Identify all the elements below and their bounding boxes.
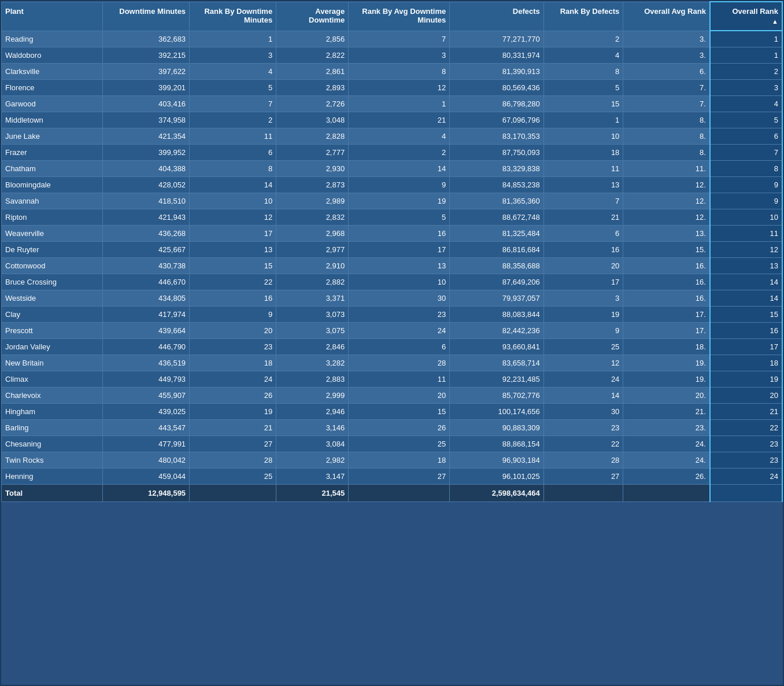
cell-overall_avg_rank: 24. xyxy=(623,452,710,469)
cell-plant: Jordan Valley xyxy=(2,339,103,355)
cell-rank_by_downtime: 9 xyxy=(190,307,276,323)
col-overall-rank[interactable]: Overall Rank ▲ xyxy=(710,2,782,31)
cell-defects: 100,174,656 xyxy=(450,404,544,420)
cell-rank_by_downtime: 14 xyxy=(190,177,276,193)
cell-defects: 96,101,025 xyxy=(450,469,544,485)
table-row: Bloomingdale428,052142,873984,853,238131… xyxy=(2,177,783,193)
cell-overall_rank: 14 xyxy=(710,274,782,290)
cell-overall_avg_rank: 16. xyxy=(623,290,710,307)
cell-rank_by_avg_downtime: 30 xyxy=(349,290,450,307)
col-plant[interactable]: Plant xyxy=(2,2,103,31)
cell-overall_rank: 24 xyxy=(710,469,782,485)
table-row: Bruce Crossing446,670222,8821087,649,206… xyxy=(2,274,783,290)
cell-rank_by_avg_downtime: 8 xyxy=(349,64,450,80)
cell-rank_by_defects: 6 xyxy=(543,226,623,242)
cell-downtime_minutes: 421,943 xyxy=(103,209,190,226)
cell-downtime_minutes: 418,510 xyxy=(103,193,190,209)
cell-rank_by_defects: 15 xyxy=(543,96,623,112)
cell-rank_by_avg_downtime: 1 xyxy=(349,96,450,112)
table-row: Clarksville397,62242,861881,390,91386.2 xyxy=(2,64,783,80)
cell-rank_by_avg_downtime: 11 xyxy=(349,371,450,388)
cell-defects: 82,442,236 xyxy=(450,323,544,339)
col-downtime-minutes[interactable]: Downtime Minutes xyxy=(103,2,190,31)
col-rank-by-downtime[interactable]: Rank By Downtime Minutes xyxy=(190,2,276,31)
cell-defects: 87,750,093 xyxy=(450,145,544,161)
cell-overall_rank: 16 xyxy=(710,323,782,339)
cell-rank_by_avg_downtime: 13 xyxy=(349,258,450,274)
cell-rank_by_defects: 19 xyxy=(543,307,623,323)
footer-downtime-minutes: 12,948,595 xyxy=(103,485,190,502)
cell-rank_by_downtime: 15 xyxy=(190,258,276,274)
cell-rank_by_avg_downtime: 7 xyxy=(349,31,450,47)
cell-rank_by_avg_downtime: 23 xyxy=(349,307,450,323)
sort-arrow-icon: ▲ xyxy=(772,18,778,25)
cell-avg_downtime: 2,999 xyxy=(276,388,349,404)
cell-rank_by_avg_downtime: 24 xyxy=(349,323,450,339)
cell-rank_by_downtime: 4 xyxy=(190,64,276,80)
cell-defects: 84,853,238 xyxy=(450,177,544,193)
cell-downtime_minutes: 362,683 xyxy=(103,31,190,47)
cell-overall_rank: 9 xyxy=(710,193,782,209)
cell-overall_rank: 4 xyxy=(710,96,782,112)
col-defects[interactable]: Defects xyxy=(450,2,544,31)
cell-overall_avg_rank: 11. xyxy=(623,161,710,177)
cell-defects: 87,649,206 xyxy=(450,274,544,290)
cell-downtime_minutes: 446,790 xyxy=(103,339,190,355)
col-overall-avg-rank[interactable]: Overall Avg Rank xyxy=(623,2,710,31)
cell-downtime_minutes: 436,519 xyxy=(103,355,190,371)
cell-rank_by_defects: 8 xyxy=(543,64,623,80)
cell-plant: Florence xyxy=(2,80,103,96)
cell-downtime_minutes: 392,215 xyxy=(103,47,190,64)
cell-rank_by_downtime: 20 xyxy=(190,323,276,339)
cell-defects: 80,331,974 xyxy=(450,47,544,64)
table-row: Florence399,20152,8931280,569,43657.3 xyxy=(2,80,783,96)
cell-plant: New Britain xyxy=(2,355,103,371)
cell-avg_downtime: 2,910 xyxy=(276,258,349,274)
cell-rank_by_avg_downtime: 21 xyxy=(349,112,450,128)
cell-rank_by_downtime: 18 xyxy=(190,355,276,371)
cell-overall_avg_rank: 15. xyxy=(623,242,710,258)
footer-rank-by-defects xyxy=(543,485,623,502)
cell-rank_by_defects: 20 xyxy=(543,258,623,274)
cell-rank_by_downtime: 28 xyxy=(190,452,276,469)
cell-avg_downtime: 3,371 xyxy=(276,290,349,307)
table-row: Clay417,97493,0732388,083,8441917.15 xyxy=(2,307,783,323)
cell-overall_avg_rank: 21. xyxy=(623,404,710,420)
cell-downtime_minutes: 374,958 xyxy=(103,112,190,128)
cell-avg_downtime: 2,828 xyxy=(276,128,349,145)
cell-defects: 81,390,913 xyxy=(450,64,544,80)
cell-rank_by_avg_downtime: 15 xyxy=(349,404,450,420)
cell-rank_by_defects: 27 xyxy=(543,469,623,485)
cell-avg_downtime: 2,873 xyxy=(276,177,349,193)
cell-overall_avg_rank: 20. xyxy=(623,388,710,404)
cell-defects: 83,658,714 xyxy=(450,355,544,371)
cell-downtime_minutes: 436,268 xyxy=(103,226,190,242)
table-row: Prescott439,664203,0752482,442,236917.16 xyxy=(2,323,783,339)
cell-defects: 80,569,436 xyxy=(450,80,544,96)
table-row: Middletown374,95823,0482167,096,79618.5 xyxy=(2,112,783,128)
cell-rank_by_avg_downtime: 28 xyxy=(349,355,450,371)
cell-rank_by_avg_downtime: 27 xyxy=(349,469,450,485)
col-rank-by-defects[interactable]: Rank By Defects xyxy=(543,2,623,31)
cell-overall_avg_rank: 18. xyxy=(623,339,710,355)
cell-overall_avg_rank: 19. xyxy=(623,371,710,388)
cell-rank_by_defects: 2 xyxy=(543,31,623,47)
cell-defects: 96,903,184 xyxy=(450,452,544,469)
cell-overall_avg_rank: 8. xyxy=(623,112,710,128)
table-row: Henning459,044253,1472796,101,0252726.24 xyxy=(2,469,783,485)
cell-avg_downtime: 2,777 xyxy=(276,145,349,161)
cell-rank_by_avg_downtime: 10 xyxy=(349,274,450,290)
table-row: Weaverville436,268172,9681681,325,484613… xyxy=(2,226,783,242)
cell-rank_by_defects: 16 xyxy=(543,242,623,258)
cell-overall_rank: 11 xyxy=(710,226,782,242)
table-row: Westside434,805163,3713079,937,057316.14 xyxy=(2,290,783,307)
col-rank-by-avg-downtime[interactable]: Rank By Avg Downtime Minutes xyxy=(349,2,450,31)
cell-rank_by_defects: 11 xyxy=(543,161,623,177)
cell-overall_rank: 6 xyxy=(710,128,782,145)
cell-rank_by_downtime: 23 xyxy=(190,339,276,355)
cell-avg_downtime: 2,726 xyxy=(276,96,349,112)
col-avg-downtime[interactable]: Average Downtime xyxy=(276,2,349,31)
cell-plant: Garwood xyxy=(2,96,103,112)
cell-downtime_minutes: 434,805 xyxy=(103,290,190,307)
cell-avg_downtime: 2,861 xyxy=(276,64,349,80)
